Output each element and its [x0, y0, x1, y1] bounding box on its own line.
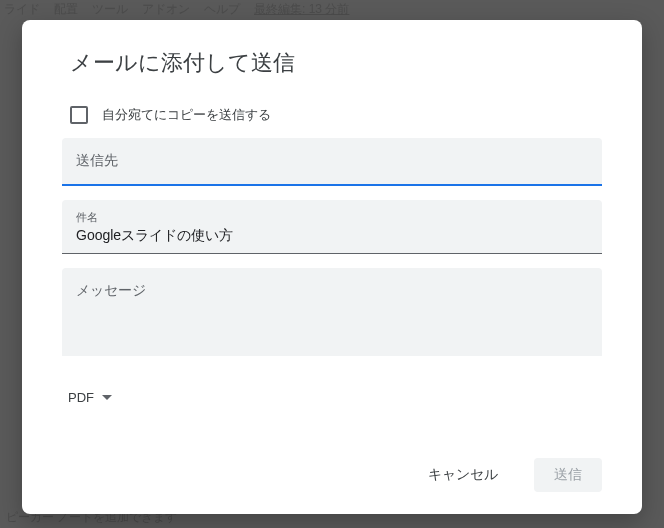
format-select[interactable]: PDF: [62, 382, 602, 413]
format-selected-label: PDF: [68, 390, 94, 405]
backdrop-menu: ライド 配置 ツール アドオン ヘルプ 最終編集: 13 分前: [0, 0, 664, 18]
cancel-button[interactable]: キャンセル: [408, 458, 518, 492]
last-edit-text: 最終編集: 13 分前: [254, 1, 349, 18]
menu-item: ライド: [4, 1, 40, 18]
subject-value: Googleスライドの使い方: [76, 227, 588, 245]
message-field[interactable]: メッセージ: [62, 268, 602, 356]
recipient-placeholder: 送信先: [76, 152, 588, 170]
email-attachment-dialog: メールに添付して送信 自分宛てにコピーを送信する 送信先 件名 Googleスラ…: [22, 20, 642, 514]
recipient-field[interactable]: 送信先: [62, 138, 602, 186]
copy-to-self-checkbox[interactable]: [70, 106, 88, 124]
subject-field[interactable]: 件名 Googleスライドの使い方: [62, 200, 602, 254]
send-button[interactable]: 送信: [534, 458, 602, 492]
chevron-down-icon: [102, 395, 112, 400]
menu-item: 配置: [54, 1, 78, 18]
message-placeholder: メッセージ: [76, 282, 588, 300]
menu-item: ツール: [92, 1, 128, 18]
dialog-title: メールに添付して送信: [70, 48, 602, 78]
subject-label: 件名: [76, 210, 588, 225]
copy-to-self-label: 自分宛てにコピーを送信する: [102, 106, 271, 124]
menu-item: アドオン: [142, 1, 190, 18]
copy-to-self-row[interactable]: 自分宛てにコピーを送信する: [62, 106, 602, 124]
dialog-actions: キャンセル 送信: [62, 438, 602, 492]
menu-item: ヘルプ: [204, 1, 240, 18]
